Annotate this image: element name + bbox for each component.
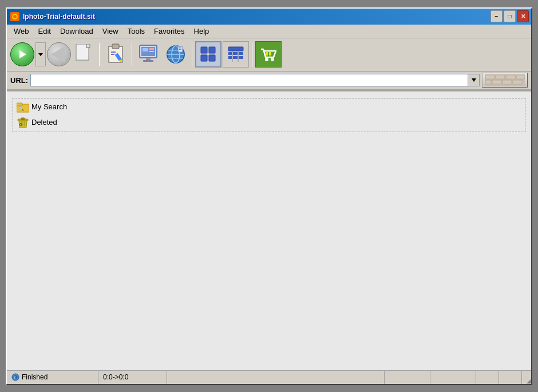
- status-text: Finished: [22, 373, 48, 381]
- computer-button[interactable]: [135, 41, 161, 68]
- svg-rect-51: [506, 75, 515, 79]
- svg-rect-33: [209, 55, 215, 61]
- svg-rect-38: [228, 56, 232, 59]
- menu-help[interactable]: Help: [189, 26, 214, 37]
- svg-rect-36: [233, 52, 238, 55]
- status-section-empty-3: [430, 371, 476, 384]
- svg-point-2: [13, 15, 17, 18]
- status-section-empty-4: [476, 371, 499, 384]
- url-label: URL:: [10, 76, 28, 85]
- svg-rect-30: [201, 47, 207, 53]
- maximize-button[interactable]: □: [504, 10, 516, 22]
- status-icon: i: [11, 373, 19, 381]
- menu-bar: Web Edit Download View Tools Favorites H…: [7, 25, 531, 38]
- list-item[interactable]: 🔍 My Search: [15, 101, 521, 113]
- list-item[interactable]: ♻ Deleted: [15, 116, 521, 129]
- svg-rect-61: [21, 118, 25, 120]
- svg-rect-17: [146, 58, 151, 60]
- svg-marker-5: [51, 46, 65, 62]
- svg-text:🔍: 🔍: [18, 105, 24, 111]
- svg-rect-8: [86, 44, 90, 47]
- svg-text:♻: ♻: [19, 122, 22, 126]
- file-tree: 🔍 My Search: [13, 98, 525, 132]
- status-section-connection: 0:0->0:0: [98, 371, 167, 384]
- url-dropdown-button[interactable]: [468, 74, 479, 86]
- toolbar-sep-1: [99, 43, 100, 66]
- toolbar: [7, 38, 531, 72]
- svg-rect-54: [492, 80, 501, 84]
- svg-marker-47: [472, 78, 476, 82]
- status-section-status: i Finished: [7, 371, 98, 384]
- svg-rect-29: [179, 49, 181, 50]
- file-name: Deleted: [31, 118, 57, 126]
- svg-rect-37: [239, 52, 243, 55]
- main-content: 🔍 My Search: [7, 92, 531, 370]
- title-bar-left: Iphoto-Trial-default.sit: [10, 12, 95, 21]
- svg-marker-4: [38, 53, 43, 56]
- svg-rect-49: [485, 75, 495, 79]
- main-window: Iphoto-Trial-default.sit − □ ✕ Web Edit …: [6, 7, 532, 385]
- edit-button[interactable]: [102, 41, 129, 68]
- svg-rect-46: [269, 52, 271, 56]
- menu-favorites[interactable]: Favorites: [149, 26, 189, 37]
- back-button[interactable]: [47, 42, 71, 66]
- svg-rect-35: [228, 52, 232, 55]
- svg-point-43: [265, 58, 268, 61]
- cart-button[interactable]: [255, 41, 282, 68]
- file-name: My Search: [31, 102, 67, 111]
- history-dropdown-button[interactable]: [35, 42, 46, 66]
- svg-rect-40: [239, 56, 243, 59]
- menu-web[interactable]: Web: [9, 26, 34, 37]
- status-section-empty-1: [167, 371, 385, 384]
- svg-rect-31: [209, 47, 215, 53]
- svg-rect-45: [266, 52, 268, 56]
- svg-rect-39: [233, 56, 238, 59]
- svg-rect-56: [513, 80, 522, 84]
- status-bar: i Finished 0:0->0:0 ◢: [7, 370, 531, 384]
- file-group: 🔍 My Search: [13, 98, 525, 132]
- menu-tools[interactable]: Tools: [123, 26, 149, 37]
- svg-rect-32: [201, 55, 207, 61]
- minimize-button[interactable]: −: [490, 10, 503, 22]
- globe-button[interactable]: [163, 41, 189, 68]
- grid-view-button[interactable]: [195, 41, 221, 68]
- recycle-icon: ♻: [17, 116, 29, 129]
- toolbar-sep-3: [192, 43, 192, 66]
- svg-rect-53: [485, 80, 491, 84]
- svg-rect-34: [228, 47, 243, 51]
- svg-rect-10: [112, 44, 119, 49]
- svg-rect-52: [516, 75, 524, 79]
- svg-rect-20: [149, 48, 154, 50]
- toolbar-sep-4: [252, 43, 252, 66]
- svg-marker-3: [19, 50, 26, 58]
- menu-download[interactable]: Download: [56, 26, 98, 37]
- svg-rect-28: [179, 47, 181, 49]
- url-input-wrapper: [30, 74, 480, 86]
- app-icon: [10, 12, 19, 21]
- svg-point-44: [271, 58, 274, 61]
- go-button[interactable]: [482, 73, 528, 88]
- list-view-button[interactable]: [223, 41, 249, 68]
- window-title: Iphoto-Trial-default.sit: [23, 13, 95, 21]
- close-button[interactable]: ✕: [517, 10, 529, 22]
- svg-rect-50: [496, 75, 505, 79]
- svg-text:i: i: [14, 375, 15, 379]
- svg-rect-55: [503, 80, 512, 84]
- title-buttons: − □ ✕: [490, 10, 529, 22]
- toolbar-sep-2: [132, 43, 132, 66]
- menu-edit[interactable]: Edit: [34, 26, 56, 37]
- svg-rect-19: [143, 48, 148, 52]
- status-section-empty-2: [385, 371, 430, 384]
- status-section-empty-5: [499, 371, 522, 384]
- url-input[interactable]: [31, 74, 468, 86]
- folder-icon: 🔍: [17, 101, 29, 113]
- menu-view[interactable]: View: [98, 26, 123, 37]
- connection-text: 0:0->0:0: [103, 373, 128, 381]
- svg-rect-18: [143, 60, 153, 62]
- svg-rect-21: [149, 51, 154, 52]
- title-bar: Iphoto-Trial-default.sit − □ ✕: [7, 9, 531, 25]
- url-bar: URL:: [7, 72, 531, 90]
- new-document-button[interactable]: [72, 42, 96, 66]
- forward-button[interactable]: [10, 42, 34, 66]
- resize-handle[interactable]: ◢: [522, 371, 531, 384]
